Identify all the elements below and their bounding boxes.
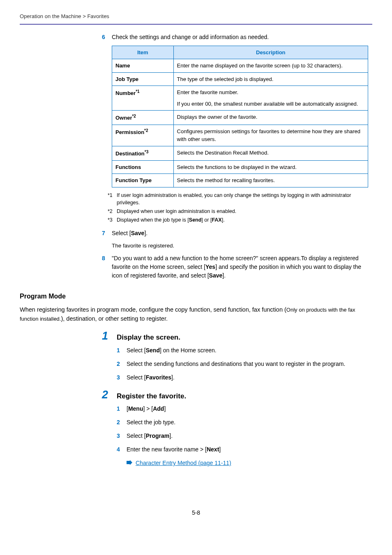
substep-text: [Menu] > [Add] xyxy=(127,405,368,413)
desc-cell: Configures permission settings for favor… xyxy=(173,125,368,146)
arrow-icon xyxy=(127,459,132,467)
footnote: *1If user login administration is enable… xyxy=(108,192,368,207)
program-mode-heading: Program Mode xyxy=(20,291,368,301)
item-cell: Function Type xyxy=(112,174,174,187)
substep: 3Select [Favorites]. xyxy=(117,373,368,382)
substep: 2Select the sending functions and destin… xyxy=(117,360,368,368)
substep: 4Enter the new favorite name > [Next] xyxy=(117,445,368,454)
substep-text: Enter the new favorite name > [Next] xyxy=(127,445,368,454)
big-step-1: 1 Display the screen. xyxy=(102,331,368,343)
step-8: 8 "Do you want to add a new function to … xyxy=(102,254,368,280)
step-number: 6 xyxy=(102,33,109,42)
para-b: ), destination, or other setting to regi… xyxy=(61,315,168,322)
th-desc: Description xyxy=(173,46,368,59)
footnotes: *1If user login administration is enable… xyxy=(108,192,368,224)
table-row: FunctionsSelects the functions to be dis… xyxy=(112,160,368,174)
big-step-title: Register the favorite. xyxy=(117,391,186,402)
substep-number: 3 xyxy=(117,432,124,440)
substep-text: Select the sending functions and destina… xyxy=(127,360,368,368)
desc-cell: Selects the Destination Recall Method. xyxy=(173,146,368,160)
step-text: Select [Save]. xyxy=(112,229,368,238)
item-cell: Job Type xyxy=(112,72,174,86)
table-row: Number*1Enter the favorite number.If you… xyxy=(112,86,368,111)
desc-cell: Displays the owner of the favorite. xyxy=(173,111,368,125)
step-text: "Do you want to add a new function to th… xyxy=(112,254,368,280)
link-row: Character Entry Method (page 11-11) xyxy=(127,459,368,467)
desc-cell: Enter the favorite number.If you enter 0… xyxy=(173,86,368,111)
substep-number: 2 xyxy=(117,418,124,427)
table-row: Destination*3Selects the Destination Rec… xyxy=(112,146,368,160)
big-step-2: 2 Register the favorite. xyxy=(102,389,368,402)
item-cell: Name xyxy=(112,59,174,73)
substep-number: 2 xyxy=(117,360,124,368)
page-number: 5-8 xyxy=(20,509,372,517)
substep-text: Select the job type. xyxy=(127,418,368,427)
substep-number: 1 xyxy=(117,405,124,413)
step-6: 6 Check the settings and change or add i… xyxy=(102,33,368,42)
breadcrumb: Operation on the Machine > Favorites xyxy=(20,12,372,24)
desc-cell: Enter the name displayed on the favorite… xyxy=(173,59,368,73)
item-cell: Functions xyxy=(112,160,174,174)
header-divider xyxy=(20,24,372,25)
step-7: 7 Select [Save]. xyxy=(102,229,368,238)
table-row: Owner*2Displays the owner of the favorit… xyxy=(112,111,368,125)
program-mode-para: When registering favorites in program mo… xyxy=(20,305,368,324)
item-cell: Owner*2 xyxy=(112,111,174,125)
step-number: 7 xyxy=(102,229,109,238)
desc-cell: Selects the method for recalling favorit… xyxy=(173,174,368,187)
substep-text: Select [Program]. xyxy=(127,432,368,440)
table-row: NameEnter the name displayed on the favo… xyxy=(112,59,368,73)
substep-text: Select [Send] on the Home screen. xyxy=(127,346,368,355)
substep: 1[Menu] > [Add] xyxy=(117,405,368,413)
substep: 2Select the job type. xyxy=(117,418,368,427)
settings-table: Item Description NameEnter the name disp… xyxy=(112,46,368,187)
item-cell: Permission*2 xyxy=(112,125,174,146)
step-number: 8 xyxy=(102,254,109,263)
big-step-number: 1 xyxy=(102,331,114,342)
substep: 3Select [Program]. xyxy=(117,432,368,440)
substep-number: 4 xyxy=(117,445,124,454)
table-row: Permission*2Configures permission settin… xyxy=(112,125,368,146)
para-a: When registering favorites in program mo… xyxy=(20,306,286,313)
step-text: Check the settings and change or add inf… xyxy=(112,33,368,42)
substep: 1Select [Send] on the Home screen. xyxy=(117,346,368,355)
character-entry-link[interactable]: Character Entry Method (page 11-11) xyxy=(136,459,231,467)
table-wrapper: Item Description NameEnter the name disp… xyxy=(112,46,368,187)
footnote: *2Displayed when user login administrati… xyxy=(108,208,368,215)
substep-number: 1 xyxy=(117,346,124,355)
footnote: *3Displayed when the job type is [Send] … xyxy=(108,216,368,224)
table-row: Job TypeThe type of the selected job is … xyxy=(112,72,368,86)
item-cell: Number*1 xyxy=(112,86,174,111)
substep-text: Select [Favorites]. xyxy=(127,373,368,382)
svg-marker-0 xyxy=(127,460,132,465)
big-step-title: Display the screen. xyxy=(117,332,180,343)
table-row: Function TypeSelects the method for reca… xyxy=(112,174,368,187)
item-cell: Destination*3 xyxy=(112,146,174,160)
desc-cell: Selects the functions to be displayed in… xyxy=(173,160,368,174)
big-step-number: 2 xyxy=(102,389,114,400)
th-item: Item xyxy=(112,46,174,59)
desc-cell: The type of the selected job is displaye… xyxy=(173,72,368,86)
substep-number: 3 xyxy=(117,373,124,382)
step-7-sub: The favorite is registered. xyxy=(112,242,368,250)
